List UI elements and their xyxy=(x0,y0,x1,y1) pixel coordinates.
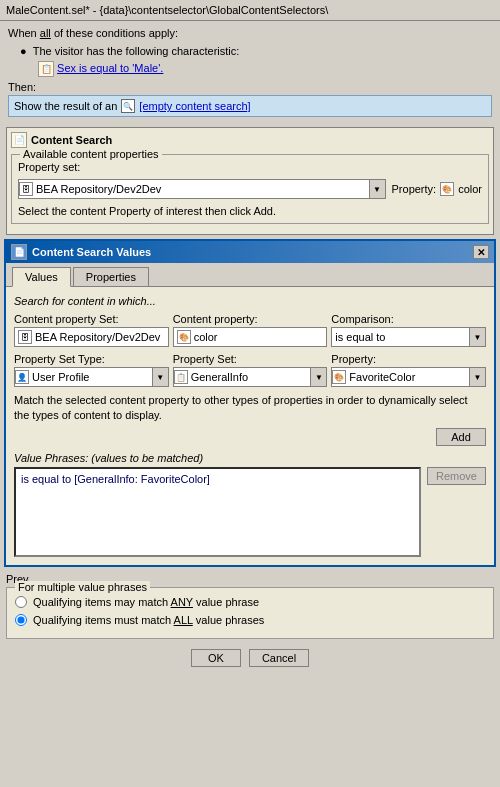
property-label2: Property: xyxy=(331,353,486,365)
remove-button[interactable]: Remove xyxy=(427,467,486,485)
property-value: color xyxy=(458,183,482,195)
condition-link[interactable]: Sex is equal to 'Male'. xyxy=(57,62,163,74)
ok-button[interactable]: OK xyxy=(191,649,241,667)
radio-row-all: Qualifying items must match ALL value ph… xyxy=(15,614,485,626)
tab-values[interactable]: Values xyxy=(12,267,71,287)
property-set-type-arrow[interactable]: ▼ xyxy=(152,368,168,386)
property-set-type-label: Property Set Type: xyxy=(14,353,169,365)
value-phrases-label: Value Phrases: (values to be matched) xyxy=(14,452,486,464)
repo-icon-2: 🗄 xyxy=(18,330,32,344)
top-bar: MaleContent.sel* - {data}\contentselecto… xyxy=(0,0,500,21)
property-set-value-row: 🗄 BEA Repository/Dev2Dev ▼ Property: 🎨 c… xyxy=(18,179,482,199)
bullet: ● xyxy=(20,45,27,57)
content-search-icon: 📄 xyxy=(11,132,27,148)
comparison-arrow[interactable]: ▼ xyxy=(469,328,485,346)
then-label: Then: xyxy=(8,81,492,93)
multiple-values-group: For multiple value phrases Qualifying it… xyxy=(6,587,494,639)
csv-dialog-title-left: 📄 Content Search Values xyxy=(11,244,151,260)
available-properties-group: Available content properties Property se… xyxy=(11,154,489,224)
property-set-type-text: User Profile xyxy=(29,370,152,384)
when-label: When xyxy=(8,27,37,39)
property-set-arrow[interactable]: ▼ xyxy=(369,180,385,198)
csv-row1: Content property Set: 🗄 BEA Repository/D… xyxy=(14,313,486,347)
content-property-set-label: Content property Set: xyxy=(14,313,169,325)
csv-dialog-icon: 📄 xyxy=(11,244,27,260)
content-property-text: color xyxy=(194,331,218,343)
then-area: Then: Show the result of an 🔍 [empty con… xyxy=(8,81,492,117)
all-label: all xyxy=(40,27,51,39)
property-set-label2: Property Set: xyxy=(173,353,328,365)
content-search-panel: 📄 Content Search Available content prope… xyxy=(6,127,494,235)
content-property-label: Content property: xyxy=(173,313,328,325)
property-group2: Property: 🎨 FavoriteColor ▼ xyxy=(331,353,486,387)
radio-all[interactable] xyxy=(15,614,27,626)
visitor-text: The visitor has the following characteri… xyxy=(33,45,240,57)
window-title: MaleContent.sel* - {data}\contentselecto… xyxy=(6,4,328,16)
property-dropdown2[interactable]: 🎨 FavoriteColor ▼ xyxy=(331,367,486,387)
add-button[interactable]: Add xyxy=(436,428,486,446)
value-phrases-row: is equal to [GeneralInfo: FavoriteColor]… xyxy=(14,467,486,557)
property-set-dropdown2[interactable]: 📋 GeneralInfo ▼ xyxy=(173,367,328,387)
comparison-text: is equal to xyxy=(332,330,469,344)
property-set-arrow2[interactable]: ▼ xyxy=(310,368,326,386)
condition-text: When all of these conditions apply: xyxy=(8,27,492,39)
ok-cancel-row: OK Cancel xyxy=(6,645,494,671)
remove-btn-col: Remove xyxy=(427,467,486,485)
radio-all-label: Qualifying items must match ALL value ph… xyxy=(33,614,264,626)
search-label: Search for content in which... xyxy=(14,295,486,307)
content-search-title: Content Search xyxy=(31,134,112,146)
value-phrases-section: Value Phrases: (values to be matched) is… xyxy=(14,452,486,557)
multiple-values-title: For multiple value phrases xyxy=(15,581,150,593)
general-info-icon: 📋 xyxy=(174,370,188,384)
condition-area: When all of these conditions apply: ● Th… xyxy=(0,21,500,121)
tab-bar: Values Properties xyxy=(6,263,494,287)
radio-row-any: Qualifying items may match ANY value phr… xyxy=(15,596,485,608)
property-set-select[interactable]: 🗄 BEA Repository/Dev2Dev ▼ xyxy=(18,179,386,199)
radio-any-label: Qualifying items may match ANY value phr… xyxy=(33,596,259,608)
property-set-group2: Property Set: 📋 GeneralInfo ▼ xyxy=(173,353,328,387)
comparison-dropdown[interactable]: is equal to ▼ xyxy=(331,327,486,347)
value-phrases-list[interactable]: is equal to [GeneralInfo: FavoriteColor] xyxy=(14,467,421,557)
property-label: Property: xyxy=(392,183,437,195)
csv-row2: Property Set Type: 👤 User Profile ▼ Prop… xyxy=(14,353,486,387)
bottom-area: Prev For multiple value phrases Qualifyi… xyxy=(0,571,500,675)
conditions-suffix: of these conditions apply: xyxy=(54,27,178,39)
match-desc: Match the selected content property to o… xyxy=(14,393,486,424)
search-small-icon: 🔍 xyxy=(121,99,135,113)
show-result-row: Show the result of an 🔍 [empty content s… xyxy=(8,95,492,117)
tab-properties[interactable]: Properties xyxy=(73,267,149,286)
condition-icon: 📋 xyxy=(38,61,54,77)
content-search-title-bar: 📄 Content Search xyxy=(11,132,489,148)
info-text: Select the content Property of interest … xyxy=(18,205,482,217)
comparison-group: Comparison: is equal to ▼ xyxy=(331,313,486,347)
csv-dialog: 📄 Content Search Values ✕ Values Propert… xyxy=(4,239,496,567)
show-result-label: Show the result of an xyxy=(14,100,117,112)
repo-icon: 🗄 xyxy=(19,182,33,196)
content-property-set-value: 🗄 BEA Repository/Dev2Dev xyxy=(14,327,169,347)
prop-icon: 🎨 xyxy=(440,182,454,196)
available-properties-label: Available content properties xyxy=(20,148,162,160)
content-property-set-text: BEA Repository/Dev2Dev xyxy=(35,331,160,343)
fav-color-icon: 🎨 xyxy=(332,370,346,384)
property-set-select-text: BEA Repository/Dev2Dev xyxy=(33,182,369,196)
property-set-type-dropdown[interactable]: 👤 User Profile ▼ xyxy=(14,367,169,387)
content-property-set-group: Content property Set: 🗄 BEA Repository/D… xyxy=(14,313,169,347)
add-btn-row: Add xyxy=(14,428,486,446)
radio-any[interactable] xyxy=(15,596,27,608)
color-icon: 🎨 xyxy=(177,330,191,344)
property-text2: FavoriteColor xyxy=(346,370,469,384)
comparison-label: Comparison: xyxy=(331,313,486,325)
user-profile-icon: 👤 xyxy=(15,370,29,384)
cancel-button[interactable]: Cancel xyxy=(249,649,309,667)
property-set-text2: GeneralInfo xyxy=(188,370,311,384)
property-field: Property: 🎨 color xyxy=(392,182,482,196)
property-set-type-group: Property Set Type: 👤 User Profile ▼ xyxy=(14,353,169,387)
dialog-close-button[interactable]: ✕ xyxy=(473,245,489,259)
value-phrase-item: is equal to [GeneralInfo: FavoriteColor] xyxy=(19,472,416,486)
content-property-group: Content property: 🎨 color xyxy=(173,313,328,347)
empty-content-search-link[interactable]: [empty content search] xyxy=(139,100,250,112)
csv-dialog-titlebar: 📄 Content Search Values ✕ xyxy=(6,241,494,263)
property-arrow2[interactable]: ▼ xyxy=(469,368,485,386)
property-set-row: Property set: xyxy=(18,161,482,173)
condition-item: ● The visitor has the following characte… xyxy=(20,45,492,57)
